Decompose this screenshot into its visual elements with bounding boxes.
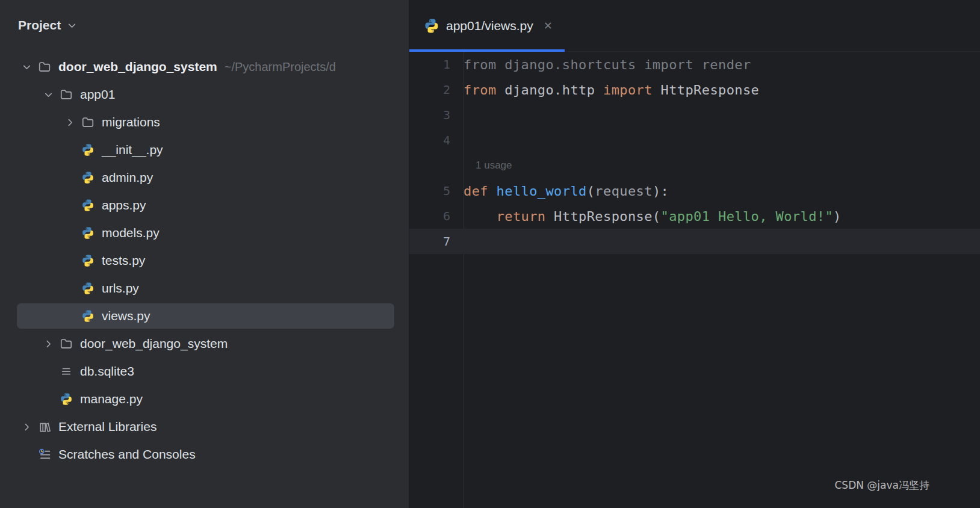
python-icon <box>59 392 73 406</box>
chevron-spacer <box>64 282 76 294</box>
code-token: return <box>497 209 546 224</box>
code-token <box>464 209 497 224</box>
chevron-right-icon[interactable] <box>42 338 54 350</box>
code-token: HttpResponse <box>653 82 759 98</box>
code-token: HttpResponse( <box>545 209 660 224</box>
editor-tab-bar: app01/views.py ✕ <box>409 0 980 52</box>
usage-inlay-hint[interactable]: 1 usage <box>476 160 512 172</box>
tree-item-views-py[interactable]: views.py <box>0 302 409 330</box>
tree-item-scratches-and-consoles[interactable]: Scratches and Consoles <box>0 441 409 468</box>
code-line-7[interactable]: 7 <box>409 229 980 254</box>
code-line-text: def hello_world(request): <box>464 184 669 199</box>
tree-item-label: door_web_django_system <box>58 60 217 74</box>
tree-item-tests-py[interactable]: tests.py <box>0 247 409 274</box>
tree-item-label: apps.py <box>102 198 146 212</box>
code-area[interactable]: 1from django.shortcuts import render2fro… <box>409 52 980 508</box>
project-panel-title[interactable]: Project <box>18 18 61 33</box>
tree-item-external-libraries[interactable]: External Libraries <box>0 413 409 441</box>
chevron-spacer <box>64 199 76 211</box>
tree-item-label: views.py <box>102 309 150 323</box>
chevron-down-icon[interactable] <box>42 88 54 101</box>
folder-icon <box>59 87 73 102</box>
project-panel-header[interactable]: Project <box>0 0 409 51</box>
code-token: ( <box>587 184 595 199</box>
code-token: hello_world <box>497 184 587 199</box>
tree-item-door-web-django-system[interactable]: door_web_django_system <box>0 330 409 358</box>
chevron-down-icon[interactable] <box>20 61 33 73</box>
code-line-4[interactable]: 4 <box>409 128 980 153</box>
code-lines: 1from django.shortcuts import render2fro… <box>409 52 980 254</box>
db-icon <box>59 364 73 379</box>
python-icon <box>81 170 95 185</box>
line-number[interactable]: 1 <box>409 57 464 72</box>
tree-item-init-py[interactable]: __init__.py <box>0 136 409 164</box>
line-number[interactable]: 2 <box>409 82 464 97</box>
code-line-1[interactable]: 1from django.shortcuts import render <box>409 52 980 77</box>
usage-hint-row: 1 usage <box>409 153 980 178</box>
tree-item-migrations[interactable]: migrations <box>0 108 409 136</box>
tab-app01-views-py[interactable]: app01/views.py ✕ <box>409 0 565 51</box>
code-token: from <box>464 82 497 98</box>
tree-item-label: door_web_django_system <box>80 336 228 351</box>
folder-icon <box>81 115 95 129</box>
folder-icon <box>59 336 73 351</box>
tree-item-manage-py[interactable]: manage.py <box>0 385 409 413</box>
tree-item-label: models.py <box>102 226 160 240</box>
tree-item-app01[interactable]: app01 <box>0 81 409 108</box>
code-line-text: from django.shortcuts import render <box>464 57 751 72</box>
python-icon <box>81 198 95 212</box>
chevron-spacer <box>64 227 76 239</box>
line-number[interactable]: 5 <box>409 184 464 198</box>
chevron-spacer <box>20 448 33 460</box>
line-number[interactable]: 3 <box>409 108 464 122</box>
chevron-right-icon[interactable] <box>64 116 76 128</box>
watermark: CSDN @java冯坚持 <box>835 479 930 492</box>
chevron-down-icon[interactable] <box>66 19 78 31</box>
tree-item-models-py[interactable]: models.py <box>0 219 409 247</box>
pycharm-window: Project door_web_django_system~/PycharmP… <box>0 0 980 508</box>
tree-item-door-web-django-system[interactable]: door_web_django_system~/PycharmProjects/… <box>0 53 409 81</box>
tree-item-label: app01 <box>80 87 115 102</box>
tree-item-apps-py[interactable]: apps.py <box>0 191 409 219</box>
chevron-spacer <box>64 144 76 156</box>
folder-icon <box>37 60 52 74</box>
code-line-3[interactable]: 3 <box>409 102 980 128</box>
tree-item-label: Scratches and Consoles <box>58 447 196 462</box>
tree-item-urls-py[interactable]: urls.py <box>0 274 409 302</box>
line-number[interactable]: 4 <box>409 133 464 147</box>
project-path-hint: ~/PycharmProjects/d <box>225 60 336 74</box>
python-icon <box>81 226 95 240</box>
code-token <box>488 184 497 199</box>
python-icon <box>81 309 95 323</box>
close-icon[interactable]: ✕ <box>544 20 553 31</box>
python-icon <box>81 253 95 268</box>
tree-item-admin-py[interactable]: admin.py <box>0 164 409 191</box>
code-token: ) <box>833 209 842 224</box>
editor-area: app01/views.py ✕ 1from django.shortcuts … <box>409 0 980 508</box>
library-icon <box>37 420 52 434</box>
code-line-text: from django.http import HttpResponse <box>464 82 759 98</box>
tree-item-label: migrations <box>102 115 160 129</box>
python-icon <box>81 143 95 157</box>
scratches-icon <box>37 447 52 462</box>
code-token: "app01 Hello, World!" <box>661 209 834 224</box>
chevron-spacer <box>64 172 76 184</box>
code-line-2[interactable]: 2from django.http import HttpResponse <box>409 77 980 102</box>
tree-item-db-sqlite3[interactable]: db.sqlite3 <box>0 358 409 385</box>
chevron-spacer <box>64 255 76 267</box>
chevron-spacer <box>64 310 76 322</box>
chevron-right-icon[interactable] <box>20 421 33 433</box>
tree-item-label: External Libraries <box>58 420 157 434</box>
tree-item-label: manage.py <box>80 392 143 406</box>
line-number[interactable]: 7 <box>409 234 464 249</box>
code-line-6[interactable]: 6 return HttpResponse("app01 Hello, Worl… <box>409 203 980 229</box>
tree-item-label: __init__.py <box>102 143 163 157</box>
line-number[interactable]: 6 <box>409 209 464 223</box>
code-token: import <box>603 82 653 98</box>
code-line-5[interactable]: 5def hello_world(request): <box>409 178 980 203</box>
project-tree: door_web_django_system~/PycharmProjects/… <box>0 51 409 468</box>
code-token: from django.shortcuts import render <box>464 57 751 72</box>
chevron-spacer <box>42 393 54 405</box>
python-icon <box>424 18 439 34</box>
tree-item-label: urls.py <box>102 281 139 296</box>
